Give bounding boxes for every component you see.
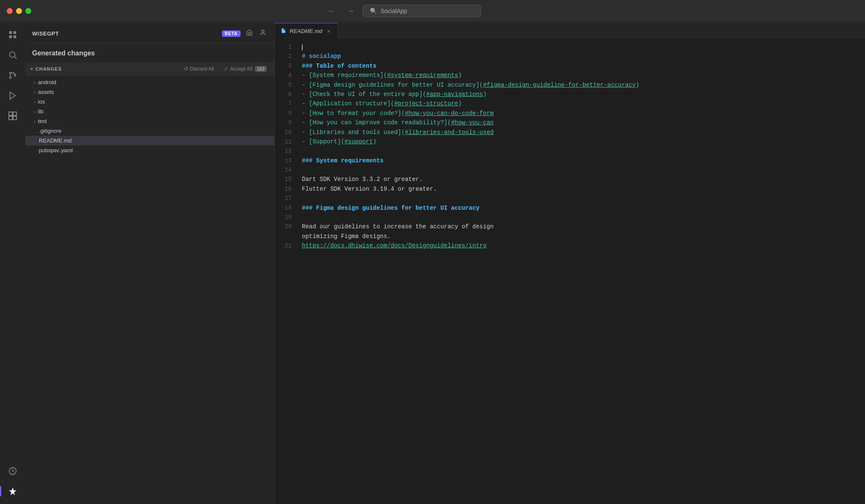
- svg-point-6: [10, 72, 11, 74]
- line-number-6: 6: [275, 90, 298, 99]
- svg-rect-13: [13, 116, 16, 120]
- minimize-button[interactable]: [16, 8, 22, 14]
- line-number-16: 16: [275, 184, 298, 194]
- line-number-20: 20: [275, 222, 298, 231]
- tab-bar: README.md ×: [275, 22, 865, 39]
- line-number-19: 19: [275, 213, 298, 222]
- maximize-button[interactable]: [25, 8, 31, 14]
- code-line-18: 18 ### Figma design guidelines for bette…: [275, 203, 865, 213]
- file-readme[interactable]: README.md: [25, 136, 274, 145]
- window-controls: [7, 8, 31, 14]
- line-content-15: Dart SDK Version 3.3.2 or greater.: [298, 175, 865, 184]
- editor-area: README.md × 1 2 # socialapp 3 ### Table …: [275, 22, 865, 504]
- changes-count-badge: 162: [255, 66, 267, 72]
- git-history-icon[interactable]: [3, 462, 22, 480]
- line-number-4: 4: [275, 71, 298, 80]
- line-content-11: - [Support](#support): [298, 137, 865, 146]
- editor-content[interactable]: 1 2 # socialapp 3 ### Table of contents …: [275, 39, 865, 504]
- line-number-5: 5: [275, 80, 298, 90]
- line-content-16: Flutter SDK Version 3.19.4 or greater.: [298, 184, 865, 194]
- line-number-8: 8: [275, 109, 298, 118]
- line-content-18: ### Figma design guidelines for better U…: [298, 203, 865, 213]
- user-icon[interactable]: [258, 28, 268, 39]
- explorer-icon[interactable]: [3, 25, 22, 44]
- svg-rect-10: [9, 112, 12, 115]
- forward-button[interactable]: →: [343, 5, 358, 17]
- beta-badge: BETA: [222, 30, 241, 37]
- close-button[interactable]: [7, 8, 13, 14]
- tab-close-button[interactable]: ×: [326, 28, 331, 35]
- line-content-21: https://docs.dhiwise.com/docs/Designguid…: [298, 241, 865, 250]
- folder-ios-label: ios: [38, 99, 45, 105]
- line-content-20b: optimizing Figma designs.: [298, 232, 865, 241]
- home-icon[interactable]: [245, 28, 254, 39]
- line-content-13: ### System requirements: [298, 156, 865, 165]
- run-icon[interactable]: [3, 86, 22, 105]
- folder-assets[interactable]: › assets: [25, 87, 274, 97]
- changes-label: CHANGES: [36, 66, 62, 71]
- svg-line-5: [14, 57, 16, 59]
- line-content-10: - [Libraries and tools used](#libraries-…: [298, 128, 865, 137]
- wisegpt-icon[interactable]: [3, 482, 22, 501]
- changes-chevron-icon: ▾: [30, 66, 33, 72]
- folder-test-label: test: [38, 118, 47, 124]
- line-number-13: 13: [275, 156, 298, 165]
- lib-chevron-icon: ›: [34, 109, 36, 114]
- folder-assets-label: assets: [38, 89, 54, 95]
- folder-test[interactable]: › test: [25, 116, 274, 126]
- extensions-icon[interactable]: [3, 107, 22, 125]
- line-content-8: - [How to format your code?](#how-you-ca…: [298, 109, 865, 118]
- code-line-20: 20 Read our guidelines to increase the a…: [275, 222, 865, 231]
- changes-actions: ↺ Discard All ✓ Accept All 162: [181, 65, 269, 73]
- discard-all-label: Discard All: [190, 66, 214, 72]
- main-layout: WISEGPT BETA Generated changes ▾ CHANGES: [0, 22, 865, 504]
- line-content-9: - [How you can improve code readability?…: [298, 118, 865, 127]
- code-line-6: 6 - [Check the UI of the entire app](#ap…: [275, 90, 865, 99]
- code-line-19: 19: [275, 213, 865, 222]
- folder-android-label: android: [38, 79, 56, 85]
- line-number-11: 11: [275, 137, 298, 146]
- folder-lib[interactable]: › lib: [25, 107, 274, 116]
- titlebar: ← → 🔍 SocialApp: [0, 0, 865, 22]
- discard-icon: ↺: [184, 66, 188, 72]
- source-control-icon[interactable]: [3, 66, 22, 85]
- accept-all-label: Accept All: [230, 66, 252, 72]
- pubspec-filename: pubspec.yaml: [39, 147, 73, 153]
- line-content-20: Read our guidelines to increase the accu…: [298, 222, 865, 231]
- line-number-2: 2: [275, 52, 298, 61]
- sidebar-actions: BETA: [222, 28, 268, 39]
- line-number-17: 17: [275, 194, 298, 203]
- line-content-4: - [System requirements](#system-requirem…: [298, 71, 865, 80]
- sidebar-title: WISEGPT: [32, 30, 59, 37]
- file-gitignore[interactable]: .gitignore: [25, 126, 274, 136]
- discard-all-button[interactable]: ↺ Discard All: [181, 65, 216, 73]
- accept-all-button[interactable]: ✓ Accept All 162: [222, 65, 269, 73]
- code-line-11: 11 - [Support](#support): [275, 137, 865, 146]
- line-content-2: # socialapp: [298, 52, 865, 61]
- line-number-12: 12: [275, 146, 298, 156]
- sidebar-header: WISEGPT BETA: [25, 22, 274, 44]
- search-activity-icon[interactable]: [3, 46, 22, 64]
- changes-collapse-toggle[interactable]: ▾ CHANGES: [30, 66, 62, 72]
- back-button[interactable]: ←: [324, 5, 338, 17]
- code-line-17: 17: [275, 194, 865, 203]
- line-content-12: [298, 146, 865, 156]
- line-number-18: 18: [275, 203, 298, 213]
- tab-file-icon: [281, 28, 286, 35]
- readme-filename: README.md: [39, 137, 71, 144]
- code-line-9: 9 - [How you can improve code readabilit…: [275, 118, 865, 127]
- line-number-10: 10: [275, 128, 298, 137]
- file-pubspec[interactable]: pubspec.yaml: [25, 145, 274, 155]
- svg-rect-12: [9, 116, 12, 120]
- line-number-14: 14: [275, 165, 298, 175]
- folder-android[interactable]: › android: [25, 77, 274, 87]
- line-content-3: ### Table of contents: [298, 61, 865, 71]
- readme-tab[interactable]: README.md ×: [275, 23, 338, 39]
- line-number-7: 7: [275, 99, 298, 108]
- svg-point-4: [10, 52, 15, 58]
- assets-chevron-icon: ›: [34, 90, 36, 95]
- line-content-14: [298, 165, 865, 175]
- folder-ios[interactable]: › ios: [25, 97, 274, 107]
- code-line-14: 14: [275, 165, 865, 175]
- search-bar[interactable]: 🔍 SocialApp: [363, 5, 481, 17]
